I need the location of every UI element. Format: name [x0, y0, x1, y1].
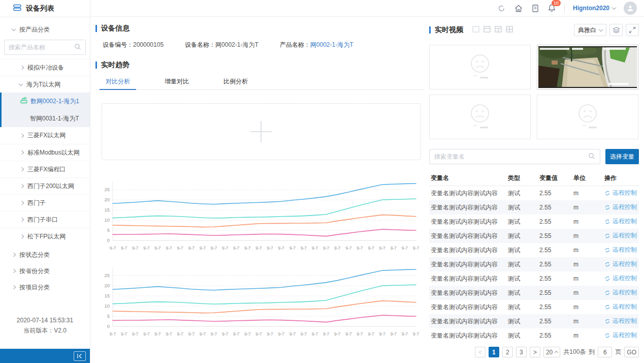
layers-button[interactable]	[609, 24, 623, 36]
go-button[interactable]: GO	[624, 347, 639, 357]
product-name-link[interactable]: 网0002-1-海为T	[310, 41, 353, 48]
notifications-bell-icon[interactable]: 10	[548, 4, 556, 13]
chevron-right-icon	[20, 66, 24, 70]
sidebar-header: 设备列表	[0, 0, 90, 17]
remote-control-link[interactable]: 远程控制	[604, 217, 637, 226]
video-slot-2-live-feed[interactable]	[537, 45, 638, 89]
remote-control-link[interactable]: 远程控制	[604, 189, 637, 197]
var-type-cell: 测试	[508, 260, 539, 269]
var-type-cell: 测试	[508, 218, 539, 226]
svg-text:9-7: 9-7	[267, 331, 273, 337]
chart-add-placeholder[interactable]	[102, 103, 421, 160]
remote-control-label: 远程控制	[613, 317, 637, 325]
sidebar-item-product-6[interactable]: 西门子	[0, 194, 90, 211]
variable-search-box[interactable]	[429, 149, 600, 164]
remote-control-link[interactable]: 远程控制	[604, 274, 637, 283]
remote-control-icon	[604, 261, 610, 267]
video-slot-1[interactable]	[429, 45, 531, 89]
var-type-cell: 测试	[508, 289, 539, 297]
remote-control-label: 远程控制	[613, 189, 637, 197]
var-value-cell: 2.55	[539, 261, 573, 268]
refresh-icon[interactable]	[497, 4, 506, 13]
svg-text:9-7: 9-7	[132, 331, 139, 337]
item-label: 模拟中冶设备	[27, 64, 64, 72]
remote-control-link[interactable]: 远程控制	[604, 331, 637, 340]
goto-page-input[interactable]	[598, 347, 612, 357]
page-button-1[interactable]: 1	[489, 347, 499, 357]
topbar: 10 Hignton2020	[91, 0, 644, 17]
sidebar-item-product-7[interactable]: 西门子串口	[0, 211, 90, 228]
layout-single-icon[interactable]	[472, 26, 479, 34]
item-label: 西门子	[27, 199, 46, 207]
var-name-cell: 变量名测试内容测试内容	[431, 218, 508, 226]
remote-control-label: 远程控制	[613, 302, 637, 311]
column-header-action: 操作	[604, 174, 639, 183]
svg-text:5: 5	[107, 313, 110, 319]
tab-ratio-analysis[interactable]: 比例分析	[220, 74, 251, 89]
tab-compare-analysis[interactable]: 对比分析	[103, 74, 133, 89]
variables-table-header: 变量名 类型 变量值 单位 操作	[429, 171, 639, 186]
layout-four-grid-icon[interactable]	[506, 26, 513, 34]
svg-text:9-7: 9-7	[132, 246, 139, 251]
sidebar-item-product-8[interactable]: 松下FP以太网	[0, 228, 90, 245]
svg-text:9-7: 9-7	[391, 246, 397, 251]
remote-control-link[interactable]: 远程控制	[604, 260, 637, 268]
item-label: 海为T以太网	[26, 80, 60, 89]
prev-page-button[interactable]: <	[475, 347, 486, 357]
remote-control-icon	[604, 304, 610, 310]
sidebar-item-province-category[interactable]: 按省份分类	[0, 263, 90, 279]
sidebar-item-product-1[interactable]: 海为T以太网	[0, 76, 90, 93]
variable-search-input[interactable]	[434, 153, 588, 160]
sidebar-item-device-1[interactable]: 智网0031-1-海为T	[2, 110, 90, 127]
layout-two-pane-icon[interactable]	[484, 26, 491, 34]
svg-text:9-7: 9-7	[345, 246, 352, 251]
product-search-input[interactable]	[9, 44, 74, 51]
user-menu[interactable]: Hignton2020	[573, 5, 616, 12]
theme-select[interactable]: 典雅白	[574, 24, 606, 36]
sidebar-item-product-category[interactable]: 按产品分类	[0, 21, 90, 38]
remote-control-label: 远程控制	[613, 231, 637, 240]
home-icon[interactable]	[514, 4, 523, 13]
layout-three-pane-icon[interactable]	[495, 26, 502, 34]
svg-text:9-7: 9-7	[413, 246, 420, 251]
var-name-cell: 变量名测试内容测试内容	[431, 289, 508, 297]
remote-control-link[interactable]: 远程控制	[604, 246, 637, 254]
sidebar-item-project-category[interactable]: 按项目分类	[0, 279, 90, 295]
sidebar: 设备列表 按产品分类 模拟中冶设备 海为T以太网 数网0002-1-海为1 智网…	[0, 0, 90, 363]
sidebar-item-device-selected[interactable]: 数网0002-1-海为1	[2, 93, 90, 110]
product-search-box[interactable]	[4, 40, 86, 55]
svg-text:9-7: 9-7	[188, 246, 195, 251]
expand-button[interactable]	[626, 24, 639, 36]
var-type-cell: 测试	[508, 246, 539, 255]
var-name-cell: 变量名测试内容测试内容	[431, 275, 508, 283]
section-label: 设备信息	[101, 24, 130, 33]
remote-control-link[interactable]: 远程控制	[604, 317, 637, 325]
chevron-down-icon	[19, 81, 23, 85]
remote-control-icon	[604, 290, 610, 296]
sidebar-item-product-5[interactable]: 西门子200以太网	[0, 177, 90, 194]
select-variable-button[interactable]: 选择变量	[605, 149, 639, 164]
video-slot-4[interactable]	[537, 95, 638, 139]
page-button-2[interactable]: 2	[502, 347, 513, 357]
avatar[interactable]	[624, 2, 637, 15]
sidebar-item-state-category[interactable]: 按状态分类	[0, 247, 90, 263]
page-size-select[interactable]: 20	[543, 347, 560, 357]
document-icon[interactable]	[531, 4, 539, 13]
sidebar-item-product-2[interactable]: 三菱FX以太网	[0, 127, 90, 144]
next-page-button[interactable]: >	[530, 347, 540, 357]
video-slot-3[interactable]	[429, 95, 531, 139]
var-value-cell: 2.55	[539, 247, 573, 254]
page-button-3[interactable]: 3	[516, 347, 527, 357]
remote-control-link[interactable]: 远程控制	[604, 203, 637, 211]
sidebar-item-product-0[interactable]: 模拟中冶设备	[0, 59, 90, 76]
remote-control-link[interactable]: 远程控制	[604, 288, 637, 297]
device-number-field: 设备编号：200000105	[103, 41, 164, 49]
collapse-sidebar-button[interactable]	[74, 351, 86, 361]
expand-icon	[629, 26, 636, 34]
sidebar-item-product-3[interactable]: 标准Modbus以太网	[0, 144, 90, 161]
remote-control-link[interactable]: 远程控制	[604, 231, 637, 240]
trend-tabs: 对比分析 增量对比 比例分析	[95, 74, 425, 90]
remote-control-link[interactable]: 远程控制	[604, 302, 637, 311]
sidebar-item-product-4[interactable]: 三菱FX编程口	[0, 161, 90, 177]
tab-increment-compare[interactable]: 增量对比	[162, 74, 192, 89]
